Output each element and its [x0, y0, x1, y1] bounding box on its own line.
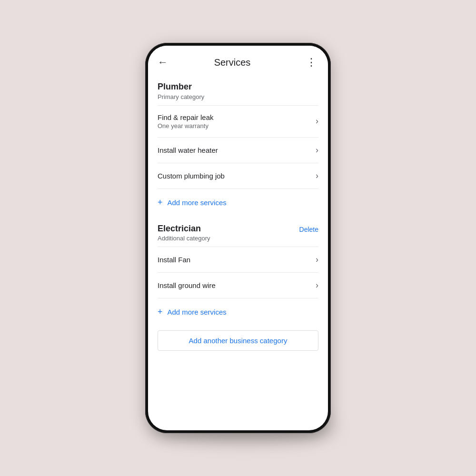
- category-name-plumber: Plumber: [158, 82, 204, 92]
- chevron-icon-install-ground-wire: ›: [316, 280, 318, 290]
- service-row-custom-plumbing[interactable]: Custom plumbing job ›: [158, 163, 318, 188]
- category-header-plumber: Plumber Primary category: [158, 75, 318, 105]
- background: ← Services ⋮ Plumber Primary category: [0, 0, 476, 476]
- service-content-install-water-heater: Install water heater: [158, 146, 218, 154]
- service-name-install-fan: Install Fan: [158, 256, 190, 264]
- phone-wrapper: ← Services ⋮ Plumber Primary category: [145, 43, 331, 433]
- category-header-electrician: Electrician Additional category Delete: [158, 217, 318, 247]
- chevron-icon-find-repair-leak: ›: [316, 116, 318, 126]
- chevron-icon-install-water-heater: ›: [316, 145, 318, 155]
- add-more-services-plumber[interactable]: + Add more services: [158, 188, 318, 211]
- chevron-icon-custom-plumbing: ›: [316, 171, 318, 181]
- chevron-icon-install-fan: ›: [316, 255, 318, 265]
- scroll-content: Plumber Primary category Find & repair l…: [148, 75, 328, 430]
- service-subtitle-find-repair-leak: One year warranty: [158, 122, 214, 129]
- phone-frame: ← Services ⋮ Plumber Primary category: [145, 43, 331, 433]
- service-content-install-ground-wire: Install ground wire: [158, 281, 216, 289]
- category-info-electrician: Electrician Additional category: [158, 224, 210, 242]
- service-content-custom-plumbing: Custom plumbing job: [158, 172, 225, 180]
- add-category-section: Add another business category: [158, 330, 318, 351]
- category-name-electrician: Electrician: [158, 224, 210, 234]
- category-info-plumber: Plumber Primary category: [158, 82, 204, 100]
- phone-screen: ← Services ⋮ Plumber Primary category: [148, 46, 328, 430]
- page-title: Services: [160, 57, 304, 68]
- service-name-custom-plumbing: Custom plumbing job: [158, 172, 225, 180]
- add-services-label-plumber: Add more services: [168, 198, 227, 207]
- service-name-install-ground-wire: Install ground wire: [158, 281, 216, 289]
- service-row-install-fan[interactable]: Install Fan ›: [158, 247, 318, 272]
- plus-icon-plumber: +: [158, 198, 163, 208]
- service-content-find-repair-leak: Find & repair leak One year warranty: [158, 113, 214, 129]
- top-bar: ← Services ⋮: [148, 46, 328, 75]
- more-options-icon[interactable]: ⋮: [304, 54, 318, 70]
- delete-electrician-button[interactable]: Delete: [299, 224, 318, 235]
- category-type-electrician: Additional category: [158, 235, 210, 242]
- service-row-find-repair-leak[interactable]: Find & repair leak One year warranty ›: [158, 105, 318, 137]
- service-name-install-water-heater: Install water heater: [158, 146, 218, 154]
- service-row-install-ground-wire[interactable]: Install ground wire ›: [158, 272, 318, 298]
- service-name-find-repair-leak: Find & repair leak: [158, 113, 214, 121]
- section-divider: [158, 211, 318, 217]
- service-row-install-water-heater[interactable]: Install water heater ›: [158, 137, 318, 163]
- add-more-services-electrician[interactable]: + Add more services: [158, 298, 318, 321]
- category-type-plumber: Primary category: [158, 93, 204, 100]
- service-content-install-fan: Install Fan: [158, 256, 190, 264]
- add-services-label-electrician: Add more services: [168, 308, 227, 316]
- add-another-business-category-button[interactable]: Add another business category: [158, 330, 318, 351]
- plus-icon-electrician: +: [158, 307, 163, 317]
